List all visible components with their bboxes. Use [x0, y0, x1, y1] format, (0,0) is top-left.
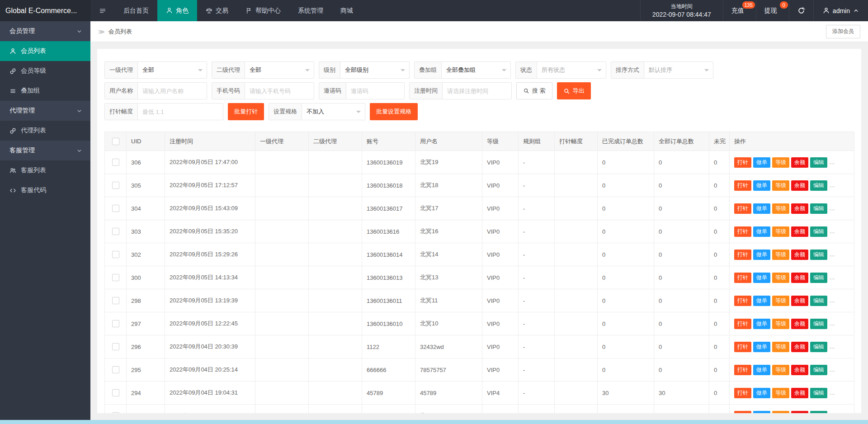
action-余额-button[interactable]: 余额 — [791, 296, 808, 306]
action-余额-button[interactable]: 余额 — [791, 250, 808, 260]
more-actions-button[interactable]: … — [829, 320, 835, 327]
input-用户名称[interactable] — [138, 83, 207, 99]
action-打针-button[interactable]: 打针 — [734, 365, 751, 375]
more-actions-button[interactable]: … — [829, 343, 835, 350]
search-button[interactable]: 搜 索 — [516, 82, 552, 99]
menu-toggle-icon[interactable] — [90, 0, 115, 21]
action-打针-button[interactable]: 打针 — [734, 180, 751, 191]
action-编辑-button[interactable]: 编辑 — [810, 365, 827, 375]
row-checkbox[interactable] — [112, 320, 119, 327]
row-checkbox[interactable] — [112, 159, 119, 166]
batch-inject-button[interactable]: 批量打针 — [228, 103, 264, 120]
recharge-button[interactable]: 充值 135 — [723, 0, 756, 21]
sidebar-group-3[interactable]: 客服管理 — [0, 141, 90, 160]
more-actions-button[interactable]: … — [829, 159, 835, 165]
row-checkbox[interactable] — [112, 297, 119, 304]
sidebar-group-1[interactable]: 会员管理 — [0, 21, 90, 41]
action-打针-button[interactable]: 打针 — [734, 296, 751, 306]
add-member-button[interactable]: 添加会员 — [826, 25, 860, 38]
more-actions-button[interactable]: … — [829, 205, 835, 212]
action-打针-button[interactable]: 打针 — [734, 388, 751, 398]
action-打针-button[interactable]: 打针 — [734, 342, 751, 352]
admin-menu[interactable]: admin — [813, 0, 868, 21]
select-二级代理[interactable]: 全部 — [245, 62, 314, 78]
action-做单-button[interactable]: 做单 — [753, 180, 770, 191]
more-actions-button[interactable]: … — [829, 412, 835, 414]
row-checkbox[interactable] — [112, 251, 119, 258]
action-做单-button[interactable]: 做单 — [753, 157, 770, 168]
inject-range-input[interactable] — [138, 104, 223, 120]
row-checkbox[interactable] — [112, 205, 119, 212]
action-等级-button[interactable]: 等级 — [772, 273, 789, 283]
action-余额-button[interactable]: 余额 — [791, 157, 808, 168]
action-编辑-button[interactable]: 编辑 — [810, 273, 827, 283]
action-余额-button[interactable]: 余额 — [791, 273, 808, 283]
nav-item-1[interactable]: 后台首页 — [115, 0, 157, 21]
action-等级-button[interactable]: 等级 — [772, 388, 789, 398]
nav-item-4[interactable]: 帮助中心 — [237, 0, 289, 21]
nav-item-5[interactable]: 系统管理 — [289, 0, 332, 21]
input-注册时间[interactable] — [443, 83, 511, 99]
row-checkbox[interactable] — [112, 389, 119, 396]
action-做单-button[interactable]: 做单 — [753, 342, 770, 352]
more-actions-button[interactable]: … — [829, 366, 835, 373]
action-编辑-button[interactable]: 编辑 — [810, 157, 827, 168]
withdraw-button[interactable]: 提现 0 — [756, 0, 789, 21]
action-等级-button[interactable]: 等级 — [772, 203, 789, 214]
sidebar-item-会员等级[interactable]: 会员等级 — [0, 61, 90, 81]
action-打针-button[interactable]: 打针 — [734, 273, 751, 283]
action-等级-button[interactable]: 等级 — [772, 411, 789, 414]
batch-spec-button[interactable]: 批量设置规格 — [370, 103, 418, 120]
action-等级-button[interactable]: 等级 — [772, 365, 789, 375]
action-打针-button[interactable]: 打针 — [734, 411, 751, 414]
select-叠加组[interactable]: 全部叠加组 — [442, 62, 510, 78]
action-余额-button[interactable]: 余额 — [791, 226, 808, 237]
action-编辑-button[interactable]: 编辑 — [810, 250, 827, 260]
action-余额-button[interactable]: 余额 — [791, 180, 808, 191]
nav-item-2[interactable]: 角色 — [157, 0, 197, 21]
action-编辑-button[interactable]: 编辑 — [810, 180, 827, 191]
action-做单-button[interactable]: 做单 — [753, 250, 770, 260]
action-余额-button[interactable]: 余额 — [791, 203, 808, 214]
select-状态[interactable]: 所有状态 — [537, 62, 606, 78]
action-余额-button[interactable]: 余额 — [791, 411, 808, 414]
refresh-button[interactable] — [789, 0, 813, 21]
select-设置规格[interactable]: 不加入 — [302, 103, 365, 120]
action-做单-button[interactable]: 做单 — [753, 388, 770, 398]
action-打针-button[interactable]: 打针 — [734, 319, 751, 329]
action-等级-button[interactable]: 等级 — [772, 226, 789, 237]
action-编辑-button[interactable]: 编辑 — [810, 226, 827, 237]
action-打针-button[interactable]: 打针 — [734, 157, 751, 168]
action-等级-button[interactable]: 等级 — [772, 250, 789, 260]
action-等级-button[interactable]: 等级 — [772, 157, 789, 168]
more-actions-button[interactable]: … — [829, 182, 835, 188]
action-做单-button[interactable]: 做单 — [753, 273, 770, 283]
select-级别[interactable]: 全部级别 — [340, 62, 409, 78]
more-actions-button[interactable]: … — [829, 389, 835, 396]
action-打针-button[interactable]: 打针 — [734, 226, 751, 237]
action-打针-button[interactable]: 打针 — [734, 203, 751, 214]
more-actions-button[interactable]: … — [829, 251, 835, 258]
sidebar-item-客服代码[interactable]: 客服代码 — [0, 180, 90, 200]
action-做单-button[interactable]: 做单 — [753, 411, 770, 414]
row-checkbox[interactable] — [112, 366, 119, 373]
action-做单-button[interactable]: 做单 — [753, 203, 770, 214]
horizontal-scrollbar[interactable] — [0, 420, 868, 424]
action-打针-button[interactable]: 打针 — [734, 250, 751, 260]
action-做单-button[interactable]: 做单 — [753, 296, 770, 306]
action-余额-button[interactable]: 余额 — [791, 388, 808, 398]
action-余额-button[interactable]: 余额 — [791, 365, 808, 375]
nav-item-6[interactable]: 商城 — [332, 0, 362, 21]
action-编辑-button[interactable]: 编辑 — [810, 203, 827, 214]
row-checkbox[interactable] — [112, 274, 119, 281]
more-actions-button[interactable]: … — [829, 228, 835, 235]
select-排序方式[interactable]: 默认排序 — [644, 62, 713, 78]
more-actions-button[interactable]: … — [829, 274, 835, 281]
action-余额-button[interactable]: 余额 — [791, 319, 808, 329]
action-编辑-button[interactable]: 编辑 — [810, 319, 827, 329]
row-checkbox[interactable] — [112, 182, 119, 189]
nav-item-3[interactable]: 交易 — [197, 0, 237, 21]
more-actions-button[interactable]: … — [829, 297, 835, 304]
row-checkbox[interactable] — [112, 228, 119, 235]
sidebar-group-2[interactable]: 代理管理 — [0, 101, 90, 121]
